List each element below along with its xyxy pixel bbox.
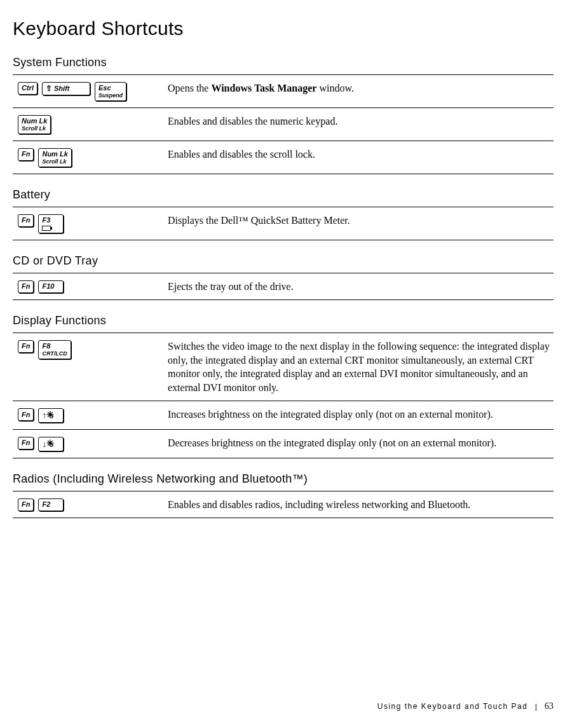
page-footer: Using the Keyboard and Touch Pad 63: [377, 701, 553, 711]
desc-col: Ejects the tray out of the drive.: [168, 280, 553, 294]
key-f2: F2: [38, 498, 64, 511]
desc-col: Opens the Windows Task Manager window.: [168, 81, 553, 101]
key-fn: Fn: [18, 437, 34, 450]
radios-table: Fn F2 Enables and disables radios, inclu…: [13, 491, 553, 519]
key-fn: Fn: [18, 340, 34, 353]
table-row: Ctrl ⇧Shift Esc Suspend Opens the Window…: [13, 75, 553, 108]
desc-col: Switches the video image to the next dis…: [168, 340, 553, 394]
sun-icon: [48, 441, 54, 448]
key-col: Fn ↓: [13, 436, 168, 451]
key-numlk: Num Lk Scroll Lk: [38, 148, 71, 167]
section-heading-system: System Functions: [13, 56, 553, 69]
table-row: Fn ↑ Increases brightness on the integra…: [13, 401, 553, 430]
up-arrow-icon: ↑: [42, 411, 46, 420]
tray-table: Fn F10 Ejects the tray out of the drive.: [13, 273, 553, 301]
desc-col: Enables and disables radios, including w…: [168, 498, 553, 512]
section-heading-tray: CD or DVD Tray: [13, 254, 553, 268]
system-table: Ctrl ⇧Shift Esc Suspend Opens the Window…: [13, 74, 553, 174]
key-fn: Fn: [18, 280, 34, 293]
table-row: Num Lk Scroll Lk Enables and disables th…: [13, 108, 553, 141]
table-row: Fn F2 Enables and disables radios, inclu…: [13, 491, 553, 519]
desc-col: Increases brightness on the integrated d…: [168, 408, 553, 423]
key-col: Fn F2: [13, 498, 168, 512]
desc-col: Decreases brightness on the integrated d…: [168, 436, 553, 451]
key-col: Ctrl ⇧Shift Esc Suspend: [13, 81, 168, 101]
shift-arrow-icon: ⇧: [46, 84, 52, 93]
key-shift: ⇧Shift: [42, 82, 90, 95]
table-row: Fn F3 Displays the Dell™ QuickSet Batter…: [13, 207, 553, 240]
key-col: Fn F3: [13, 214, 168, 233]
key-col: Fn F8 CRT/LCD: [13, 340, 168, 394]
battery-icon: [42, 226, 51, 231]
section-heading-battery: Battery: [13, 188, 553, 202]
key-col: Fn F10: [13, 280, 168, 294]
key-brightness-up: ↑: [38, 408, 64, 423]
key-numlk: Num Lk Scroll Lk: [18, 115, 51, 134]
desc-col: Displays the Dell™ QuickSet Battery Mete…: [168, 214, 553, 233]
table-row: Fn F10 Ejects the tray out of the drive.: [13, 273, 553, 301]
desc-col: Enables and disables the scroll lock.: [168, 148, 553, 167]
display-table: Fn F8 CRT/LCD Switches the video image t…: [13, 333, 553, 458]
section-heading-display: Display Functions: [13, 314, 553, 327]
key-col: Fn Num Lk Scroll Lk: [13, 148, 168, 167]
key-fn: Fn: [18, 148, 34, 161]
key-f8: F8 CRT/LCD: [38, 340, 71, 359]
key-fn: Fn: [18, 214, 34, 227]
key-fn: Fn: [18, 498, 34, 511]
section-heading-radios: Radios (Including Wireless Networking an…: [13, 472, 553, 486]
key-fn: Fn: [18, 408, 34, 421]
desc-col: Enables and disables the numeric keypad.: [168, 114, 553, 134]
footer-page-number: 63: [545, 701, 553, 711]
page-title: Keyboard Shortcuts: [13, 18, 553, 39]
key-f3: F3: [38, 214, 64, 233]
down-arrow-icon: ↓: [42, 439, 46, 449]
key-esc: Esc Suspend: [95, 82, 126, 101]
key-brightness-down: ↓: [38, 437, 64, 451]
table-row: Fn Num Lk Scroll Lk Enables and disables…: [13, 141, 553, 174]
footer-section: Using the Keyboard and Touch Pad: [377, 702, 528, 711]
sun-icon: [48, 413, 54, 419]
table-row: Fn ↓ Decreases brightness on the integra…: [13, 430, 553, 458]
battery-table: Fn F3 Displays the Dell™ QuickSet Batter…: [13, 207, 553, 240]
key-ctrl: Ctrl: [18, 82, 37, 95]
key-f10: F10: [38, 280, 64, 293]
key-col: Num Lk Scroll Lk: [13, 114, 168, 134]
table-row: Fn F8 CRT/LCD Switches the video image t…: [13, 333, 553, 401]
footer-separator: [536, 704, 536, 711]
key-col: Fn ↑: [13, 408, 168, 423]
